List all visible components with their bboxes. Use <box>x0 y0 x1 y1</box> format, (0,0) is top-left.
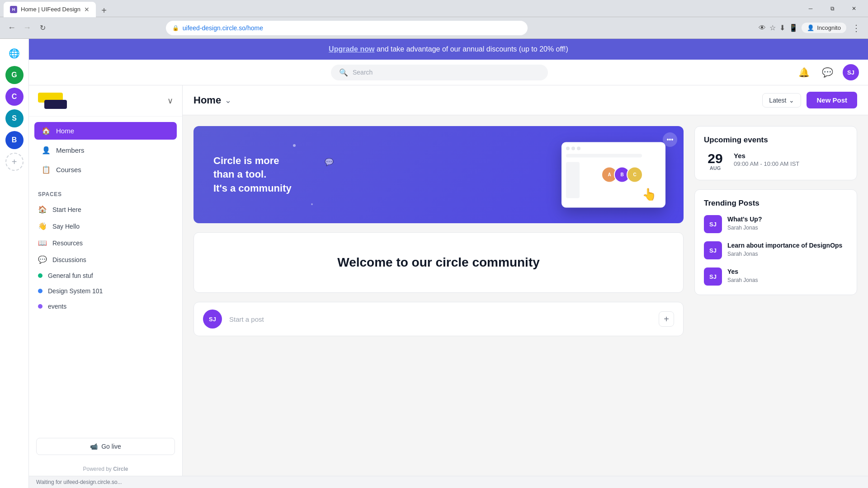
sidebar-item-members[interactable]: 👤 Members <box>34 141 177 159</box>
sidebar-courses-label: Courses <box>56 166 81 174</box>
page-title-chevron[interactable]: ⌄ <box>225 95 231 105</box>
sidebar-item-resources[interactable]: 📖 Resources <box>29 235 182 251</box>
icon-rail: 🌐 G C S B + <box>0 39 29 488</box>
c-workspace-avatar[interactable]: C <box>5 88 24 106</box>
go-live-icon: 📹 <box>90 443 98 450</box>
upcoming-events-title: Upcoming events <box>704 136 848 145</box>
screen-reader-icon[interactable]: 👁 <box>759 24 766 32</box>
page-title: Home <box>193 94 221 106</box>
composer-input[interactable]: Start a post <box>229 315 651 323</box>
event-time: 09:00 AM - 10:00 AM IST <box>734 160 799 167</box>
post-1-title: What's Up? <box>727 215 762 223</box>
nav-refresh-button[interactable]: ↻ <box>36 22 49 34</box>
user-avatar-button[interactable]: SJ <box>843 64 859 80</box>
sidebar-item-home[interactable]: 🏠 Home <box>34 122 177 140</box>
messages-button[interactable]: 💬 <box>819 64 835 80</box>
composer-avatar: SJ <box>203 310 222 328</box>
powered-by: Powered by Circle <box>29 462 182 476</box>
sidebar-item-design-system[interactable]: Design System 101 <box>29 283 182 299</box>
notification-button[interactable]: 🔔 <box>796 64 812 80</box>
sidebar-item-events[interactable]: events <box>29 299 182 314</box>
trending-post-3[interactable]: SJ Yes Sarah Jonas <box>704 267 848 286</box>
event-details: Yes 09:00 AM - 10:00 AM IST <box>734 152 799 167</box>
trending-post-1[interactable]: SJ What's Up? Sarah Jonas <box>704 215 848 233</box>
hero-line2: than a tool. <box>213 168 292 182</box>
general-fun-dot <box>38 273 42 278</box>
sidebar-item-say-hello[interactable]: 👋 Say Hello <box>29 218 182 235</box>
account-icon: 👤 <box>807 24 814 31</box>
new-tab-button[interactable]: + <box>98 5 110 17</box>
download-icon[interactable]: ⬇ <box>779 23 785 32</box>
post-1-avatar: SJ <box>704 215 722 233</box>
cursor-icon: 👆 <box>642 187 656 201</box>
upgrade-now-link[interactable]: Upgrade now <box>329 45 374 53</box>
discussions-icon: 💬 <box>38 255 47 264</box>
hero-line3: It's a community <box>213 182 292 196</box>
event-date-block: 29 AUG <box>704 152 726 171</box>
event-item[interactable]: 29 AUG Yes 09:00 AM - 10:00 AM IST <box>704 152 848 171</box>
hero-card: ••• Circle is more than a tool. It's a c… <box>193 126 684 223</box>
search-icon: 🔍 <box>339 68 348 77</box>
g-workspace-avatar[interactable]: G <box>5 66 24 84</box>
tab-title: Home | UIFeed Design <box>21 6 80 13</box>
nav-back-button[interactable]: ← <box>5 22 18 34</box>
sort-label: Latest <box>769 97 786 104</box>
window-restore-button[interactable]: ⧉ <box>822 2 843 15</box>
address-text: uifeed-design.circle.so/home <box>183 24 263 32</box>
app-header: 🔍 Search 🔔 💬 SJ <box>29 60 868 85</box>
status-bar: Waiting for uifeed-design.circle.so... <box>29 476 868 488</box>
post-3-title: Yes <box>727 267 758 276</box>
sidebar-home-label: Home <box>56 127 74 135</box>
sidebar-logo[interactable] <box>38 93 74 109</box>
browser-tab[interactable]: H Home | UIFeed Design ✕ <box>4 2 96 17</box>
sidebar-members-label: Members <box>56 146 85 154</box>
sort-latest-button[interactable]: Latest ⌄ <box>762 93 801 108</box>
members-icon: 👤 <box>42 146 51 155</box>
post-3-avatar: SJ <box>704 267 722 286</box>
sidebar-item-general-fun[interactable]: General fun stuf <box>29 268 182 283</box>
address-bar[interactable]: 🔒 uifeed-design.circle.so/home <box>166 21 528 35</box>
event-month: AUG <box>704 165 726 171</box>
events-dot <box>38 304 42 309</box>
welcome-title: Welcome to our circle community <box>212 255 665 270</box>
more-options-button[interactable]: ⋮ <box>850 21 863 35</box>
post-composer: SJ Start a post + <box>193 302 684 336</box>
nav-forward-button[interactable]: → <box>21 22 33 34</box>
page-header: Home ⌄ Latest ⌄ New Post <box>183 85 868 115</box>
post-3-author: Sarah Jonas <box>727 277 758 283</box>
sidebar-item-start-here[interactable]: 🏠 Start Here <box>29 201 182 218</box>
trending-post-2[interactable]: SJ Learn about importance of DesignOps S… <box>704 241 848 259</box>
sidebar-chevron-button[interactable]: ∨ <box>167 96 173 106</box>
bookmark-icon[interactable]: ☆ <box>769 23 776 32</box>
composer-plus-button[interactable]: + <box>659 311 674 327</box>
tab-close-icon[interactable]: ✕ <box>84 6 90 13</box>
s-workspace-avatar[interactable]: S <box>5 109 24 127</box>
device-icon[interactable]: 📱 <box>789 23 798 32</box>
spaces-header: Spaces <box>29 188 182 201</box>
design-system-dot <box>38 289 42 293</box>
post-1-author: Sarah Jonas <box>727 225 762 231</box>
go-live-button[interactable]: 📹 Go live <box>36 438 175 455</box>
lock-icon: 🔒 <box>172 25 179 31</box>
event-title: Yes <box>734 152 799 160</box>
browser-mock-visual: A B C 👆 <box>561 142 665 207</box>
window-close-button[interactable]: ✕ <box>844 2 864 15</box>
window-minimize-button[interactable]: ─ <box>800 2 821 15</box>
event-day: 29 <box>704 152 726 165</box>
upcoming-events-widget: Upcoming events 29 AUG Yes 09:00 AM - 10… <box>694 126 857 180</box>
add-workspace-button[interactable]: + <box>5 153 24 171</box>
sidebar-item-courses[interactable]: 📋 Courses <box>34 161 177 178</box>
say-hello-icon: 👋 <box>38 222 47 230</box>
hero-line1: Circle is more <box>213 154 292 168</box>
b-workspace-avatar[interactable]: B <box>5 131 24 149</box>
upgrade-banner: Upgrade now and take advantage of our an… <box>29 39 868 60</box>
post-2-info: Learn about importance of DesignOps Sara… <box>727 241 842 257</box>
search-input[interactable]: Search <box>353 69 373 76</box>
welcome-section: Welcome to our circle community <box>193 232 684 293</box>
globe-icon-button[interactable]: 🌐 <box>5 44 24 62</box>
post-2-avatar: SJ <box>704 241 722 259</box>
new-post-button[interactable]: New Post <box>807 92 857 108</box>
search-bar[interactable]: 🔍 Search <box>331 65 548 80</box>
profile-button[interactable]: 👤 Incognito <box>802 23 846 33</box>
sidebar-item-discussions[interactable]: 💬 Discussions <box>29 251 182 268</box>
